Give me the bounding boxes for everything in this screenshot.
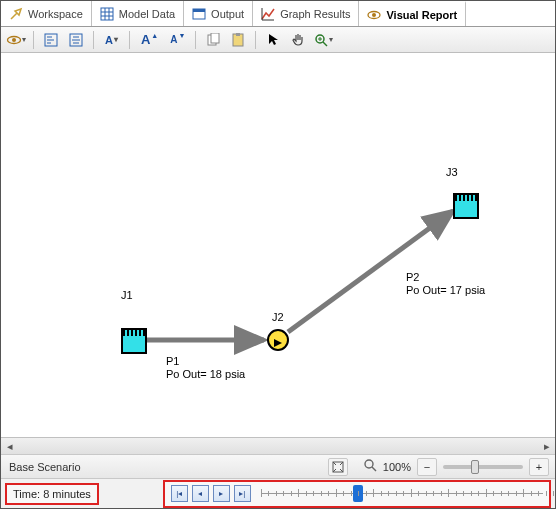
tab-workspace[interactable]: Workspace xyxy=(1,1,92,26)
zoom-button[interactable]: ▾ xyxy=(312,29,334,51)
status-bar: Base Scenario 100% − + xyxy=(1,454,555,478)
pipe-p2[interactable] xyxy=(288,211,453,332)
junction-j1[interactable] xyxy=(121,328,147,354)
junction-j3[interactable] xyxy=(453,193,479,219)
chevron-down-icon: ▾ xyxy=(329,35,333,44)
svg-rect-24 xyxy=(236,33,240,36)
separator xyxy=(33,31,34,49)
svg-rect-0 xyxy=(101,8,113,20)
paste-button[interactable] xyxy=(227,29,249,51)
tab-output[interactable]: Output xyxy=(184,1,253,26)
font-decrease-button[interactable]: A▼ xyxy=(165,29,189,51)
scroll-left-button[interactable]: ◂ xyxy=(1,439,18,454)
pipe-label-p1-name: P1 xyxy=(166,355,179,367)
output-icon xyxy=(192,7,206,21)
pipe-label-p2-prop: Po Out= 17 psia xyxy=(406,284,485,296)
chevron-down-icon: ▾ xyxy=(22,35,26,44)
pipe-label-p2-name: P2 xyxy=(406,271,419,283)
toggle-visibility-button[interactable]: ▾ xyxy=(5,29,27,51)
pan-button[interactable] xyxy=(287,29,309,51)
time-label: Time: 8 minutes xyxy=(5,483,99,505)
separator xyxy=(129,31,130,49)
diagram-canvas[interactable]: J1 J2 J3 P1 Po Out= 18 psia P2 Po Out= 1… xyxy=(1,53,555,437)
svg-point-12 xyxy=(12,38,16,42)
tabstrip: Workspace Model Data Output Graph Result… xyxy=(1,1,555,27)
time-controls: |◂ ◂ ▸ ▸| xyxy=(163,480,551,508)
eye-icon xyxy=(367,8,381,22)
svg-rect-22 xyxy=(211,33,219,43)
pipe-label-p1-prop: Po Out= 18 psia xyxy=(166,368,245,380)
font-button[interactable]: A▾ xyxy=(100,29,123,51)
separator xyxy=(93,31,94,49)
app-window: Workspace Model Data Output Graph Result… xyxy=(0,0,556,509)
fit-view-button[interactable] xyxy=(328,458,348,476)
align-left-button[interactable] xyxy=(40,29,62,51)
graph-icon xyxy=(261,7,275,21)
time-next-button[interactable]: ▸ xyxy=(213,485,230,502)
junction-label-j2: J2 xyxy=(272,311,284,323)
separator xyxy=(255,31,256,49)
chevron-down-icon: ▾ xyxy=(114,35,118,44)
copy-button[interactable] xyxy=(202,29,224,51)
magnifier-icon xyxy=(364,459,377,474)
align-center-button[interactable] xyxy=(65,29,87,51)
tab-model-data[interactable]: Model Data xyxy=(92,1,184,26)
svg-marker-25 xyxy=(269,34,278,45)
scenario-name: Base Scenario xyxy=(1,461,328,473)
junction-label-j3: J3 xyxy=(446,166,458,178)
wrench-icon xyxy=(9,7,23,21)
svg-point-32 xyxy=(365,460,373,468)
zoom-slider[interactable] xyxy=(443,465,523,469)
time-prev-button[interactable]: ◂ xyxy=(192,485,209,502)
svg-line-27 xyxy=(323,42,327,46)
separator xyxy=(195,31,196,49)
time-last-button[interactable]: ▸| xyxy=(234,485,251,502)
time-slider[interactable] xyxy=(261,484,543,504)
tab-label: Visual Report xyxy=(386,9,457,21)
zoom-slider-thumb[interactable] xyxy=(471,460,479,474)
toolbar: ▾ A▾ A▲ A▼ xyxy=(1,27,555,53)
zoom-in-button[interactable]: + xyxy=(529,458,549,476)
time-first-button[interactable]: |◂ xyxy=(171,485,188,502)
horizontal-scrollbar[interactable]: ◂ ▸ xyxy=(1,437,555,454)
grid-icon xyxy=(100,7,114,21)
tab-label: Model Data xyxy=(119,8,175,20)
font-increase-button[interactable]: A▲ xyxy=(136,29,162,51)
tab-visual-report[interactable]: Visual Report xyxy=(359,1,466,26)
zoom-out-button[interactable]: − xyxy=(417,458,437,476)
time-bar: Time: 8 minutes |◂ ◂ ▸ ▸| xyxy=(1,478,555,508)
tab-label: Graph Results xyxy=(280,8,350,20)
tab-label: Output xyxy=(211,8,244,20)
junction-j2[interactable] xyxy=(267,329,289,351)
tab-graph-results[interactable]: Graph Results xyxy=(253,1,359,26)
scroll-right-button[interactable]: ▸ xyxy=(538,439,555,454)
svg-rect-6 xyxy=(193,9,205,12)
pointer-button[interactable] xyxy=(262,29,284,51)
zoom-level: 100% xyxy=(383,461,411,473)
junction-label-j1: J1 xyxy=(121,289,133,301)
svg-point-10 xyxy=(372,13,376,17)
minus-icon: ▼ xyxy=(179,32,186,39)
tab-label: Workspace xyxy=(28,8,83,20)
svg-line-33 xyxy=(372,467,376,471)
plus-icon: ▲ xyxy=(151,32,158,39)
